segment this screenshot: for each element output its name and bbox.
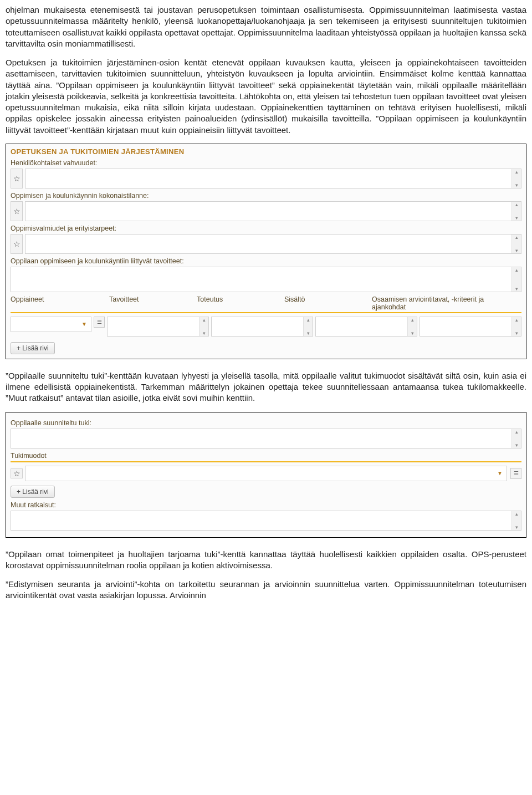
scrollbar[interactable]: ▴▾	[511, 511, 521, 530]
textarea-muut-ratkaisut[interactable]: ▴▾	[11, 511, 521, 531]
dropdown-oppiaine[interactable]: ▼	[11, 317, 91, 332]
star-icon[interactable]: ☆	[11, 169, 23, 188]
star-icon[interactable]: ☆	[11, 468, 23, 478]
add-row-button[interactable]: + Lisää rivi	[11, 486, 55, 498]
label-kokonaistilanne: Oppimisen ja koulunkäynnin kokonaistilan…	[11, 192, 521, 200]
textarea-tavoitteet-cell[interactable]: ▴▾	[107, 317, 209, 337]
col-oppiaineet: Oppiaineet	[11, 295, 109, 311]
dropdown-tukimuoto[interactable]: ▼	[25, 466, 507, 481]
label-vahvuudet: Henkilökohtaiset vahvuudet:	[11, 159, 521, 167]
col-arviointi: Osaamisen arviointitavat, -kriteerit ja …	[372, 295, 521, 311]
form-suunniteltu-tuki: Oppilaalle suunniteltu tuki: ▴▾ Tukimuod…	[6, 412, 526, 538]
scrollbar[interactable]: ▴▾	[511, 235, 521, 253]
section-heading: OPETUKSEN JA TUKITOIMIEN JÄRJESTÄMINEN	[11, 147, 521, 156]
paragraph-5: ”Edistymisen seuranta ja arviointi”-koht…	[6, 579, 526, 602]
list-icon[interactable]: ☰	[94, 317, 105, 328]
col-sisalto: Sisältö	[284, 295, 372, 311]
textarea-sisalto-cell[interactable]: ▴▾	[315, 317, 417, 337]
paragraph-1: ohjelman mukaisesta etenemisestä tai jou…	[6, 4, 526, 49]
subject-row: ▼ ☰ ▴▾ ▴▾ ▴▾ ▴▾	[11, 317, 521, 337]
label-tukimuodot: Tukimuodot	[11, 452, 521, 460]
textarea-vahvuudet[interactable]: ▴▾	[25, 169, 521, 188]
textarea-suunniteltu-tuki[interactable]: ▴▾	[11, 429, 521, 449]
textarea-oppimisvalmiudet[interactable]: ▴▾	[25, 234, 521, 254]
subject-column-headers: Oppiaineet Tavoitteet Toteutus Sisältö O…	[11, 295, 521, 311]
divider	[11, 461, 521, 462]
chevron-down-icon: ▼	[495, 470, 504, 476]
divider	[11, 312, 521, 313]
paragraph-4: ”Oppilaan omat toimenpiteet ja huoltajie…	[6, 549, 526, 572]
form-opetuksen-jarjestaminen: OPETUKSEN JA TUKITOIMIEN JÄRJESTÄMINEN H…	[6, 144, 526, 359]
scrollbar[interactable]: ▴▾	[511, 267, 521, 292]
paragraph-2: Opetuksen ja tukitoimien järjestäminen-o…	[6, 57, 526, 136]
textarea-tavoitteet[interactable]: ▴▾	[11, 267, 521, 292]
paragraph-3: ”Oppilaalle suunniteltu tuki”-kenttään k…	[6, 370, 526, 404]
textarea-toteutus-cell[interactable]: ▴▾	[211, 317, 313, 337]
star-icon[interactable]: ☆	[11, 234, 23, 254]
label-oppimisvalmiudet: Oppimisvalmiudet ja erityistarpeet:	[11, 225, 521, 232]
scrollbar[interactable]: ▴▾	[511, 202, 521, 221]
star-icon[interactable]: ☆	[11, 201, 23, 221]
scrollbar[interactable]: ▴▾	[511, 429, 521, 448]
chevron-down-icon: ▼	[80, 321, 89, 327]
col-tavoitteet: Tavoitteet	[109, 295, 197, 311]
add-row-button[interactable]: + Lisää rivi	[11, 342, 55, 354]
textarea-kokonaistilanne[interactable]: ▴▾	[25, 201, 521, 221]
list-icon[interactable]: ☰	[510, 468, 521, 479]
label-tavoitteet: Oppilaan oppimiseen ja koulunkäyntiin li…	[11, 257, 521, 265]
scrollbar[interactable]: ▴▾	[511, 169, 521, 188]
label-muut-ratkaisut: Muut ratkaisut:	[11, 501, 521, 509]
textarea-arviointi-cell[interactable]: ▴▾	[420, 317, 521, 337]
label-suunniteltu-tuki: Oppilaalle suunniteltu tuki:	[11, 419, 521, 427]
col-toteutus: Toteutus	[197, 295, 284, 311]
